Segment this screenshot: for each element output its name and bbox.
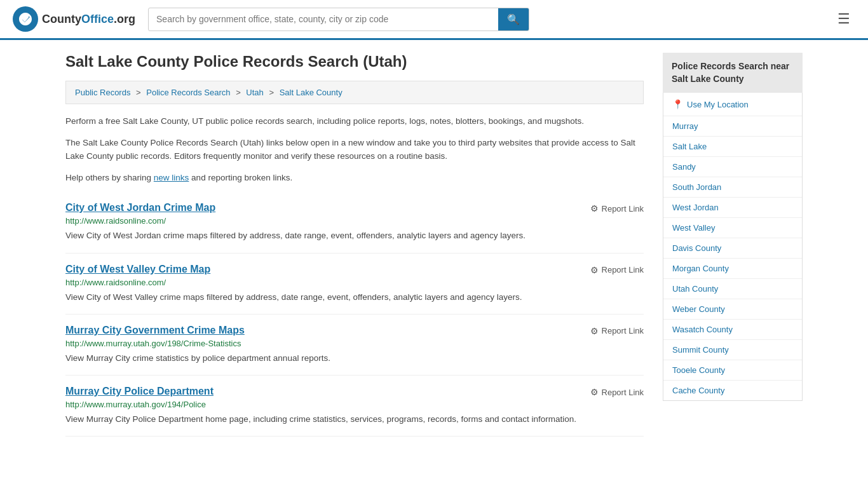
- report-icon: ⚙: [590, 387, 599, 397]
- result-header: City of West Valley Crime Map ⚙ Report L…: [65, 264, 644, 278]
- report-link-button[interactable]: ⚙ Report Link: [590, 202, 644, 214]
- page-title: Salt Lake County Police Records Search (…: [65, 53, 644, 71]
- logo-icon: [13, 6, 38, 32]
- report-link-button[interactable]: ⚙ Report Link: [590, 325, 644, 336]
- report-link-button[interactable]: ⚙ Report Link: [590, 264, 644, 275]
- report-link-label: Report Link: [602, 204, 644, 214]
- sidebar-link-sandy[interactable]: Sandy: [663, 157, 802, 177]
- sidebar-link-south-jordan[interactable]: South Jordan: [663, 177, 802, 198]
- search-bar: 🔍: [148, 8, 529, 31]
- use-my-location-label: Use My Location: [687, 100, 749, 109]
- breadcrumb-police-records-search[interactable]: Police Records Search: [146, 88, 230, 97]
- search-button[interactable]: 🔍: [498, 8, 529, 30]
- new-links-link[interactable]: new links: [154, 173, 189, 182]
- result-desc: View Murray City Police Department home …: [65, 413, 644, 426]
- logo-text: CountyOffice.org: [42, 13, 135, 26]
- sidebar-link-morgan-county[interactable]: Morgan County: [663, 259, 802, 279]
- report-icon: ⚙: [590, 265, 599, 275]
- report-link-label: Report Link: [602, 326, 644, 336]
- result-desc: View Murray City crime statistics by pol…: [65, 352, 644, 365]
- sidebar-link-west-jordan[interactable]: West Jordan: [663, 198, 802, 218]
- sidebar-link-summit-county[interactable]: Summit County: [663, 340, 802, 360]
- breadcrumb-utah[interactable]: Utah: [246, 88, 263, 97]
- result-header: Murray City Police Department ⚙ Report L…: [65, 386, 644, 400]
- result-item: City of West Jordan Crime Map ⚙ Report L…: [65, 192, 644, 253]
- sidebar-link-utah-county[interactable]: Utah County: [663, 279, 802, 299]
- result-url: http://www.raidsonline.com/: [65, 216, 644, 226]
- logo-link[interactable]: CountyOffice.org: [13, 6, 135, 32]
- result-item: Murray City Police Department ⚙ Report L…: [65, 376, 644, 437]
- sidebar-link-cache-county[interactable]: Cache County: [663, 381, 802, 400]
- result-title[interactable]: Murray City Police Department: [65, 386, 214, 397]
- menu-button[interactable]: ☰: [832, 8, 855, 30]
- description-3: Help others by sharing new links and rep…: [65, 171, 644, 185]
- sidebar-link-murray[interactable]: Murray: [663, 116, 802, 137]
- result-title[interactable]: Murray City Government Crime Maps: [65, 325, 245, 336]
- result-item: City of West Valley Crime Map ⚙ Report L…: [65, 254, 644, 315]
- result-url: http://www.raidsonline.com/: [65, 278, 644, 287]
- sidebar: Police Records Search near Salt Lake Cou…: [663, 53, 803, 437]
- sidebar-link-wasatch-county[interactable]: Wasatch County: [663, 320, 802, 340]
- report-link-label: Report Link: [602, 265, 644, 274]
- location-icon: 📍: [672, 99, 683, 109]
- search-input[interactable]: [149, 9, 498, 29]
- result-header: Murray City Government Crime Maps ⚙ Repo…: [65, 325, 644, 339]
- sidebar-link-west-valley[interactable]: West Valley: [663, 218, 802, 238]
- result-desc: View City of West Valley crime maps filt…: [65, 291, 644, 304]
- report-icon: ⚙: [590, 203, 599, 214]
- breadcrumb-salt-lake-county[interactable]: Salt Lake County: [280, 88, 342, 97]
- use-my-location-button[interactable]: 📍 Use My Location: [663, 93, 802, 116]
- result-header: City of West Jordan Crime Map ⚙ Report L…: [65, 202, 644, 216]
- sidebar-link-salt-lake[interactable]: Salt Lake: [663, 137, 802, 157]
- sidebar-title: Police Records Search near Salt Lake Cou…: [663, 53, 803, 93]
- sidebar-link-tooele-county[interactable]: Tooele County: [663, 360, 802, 381]
- report-link-label: Report Link: [602, 388, 644, 397]
- result-title[interactable]: City of West Valley Crime Map: [65, 264, 210, 275]
- breadcrumb-public-records[interactable]: Public Records: [75, 88, 130, 97]
- sidebar-link-weber-county[interactable]: Weber County: [663, 299, 802, 320]
- main-container: Salt Lake County Police Records Search (…: [53, 40, 815, 449]
- result-item: Murray City Government Crime Maps ⚙ Repo…: [65, 315, 644, 376]
- sidebar-section: 📍 Use My Location Murray Salt Lake Sandy…: [663, 93, 803, 401]
- report-icon: ⚙: [590, 326, 599, 336]
- sidebar-link-davis-county[interactable]: Davis County: [663, 238, 802, 259]
- description-1: Perform a free Salt Lake County, UT publ…: [65, 114, 644, 128]
- breadcrumb: Public Records > Police Records Search >…: [65, 81, 644, 104]
- content-area: Salt Lake County Police Records Search (…: [65, 53, 644, 437]
- report-link-button[interactable]: ⚙ Report Link: [590, 386, 644, 397]
- description-2: The Salt Lake County Police Records Sear…: [65, 136, 644, 163]
- result-desc: View City of West Jordan crime maps filt…: [65, 229, 644, 242]
- result-title[interactable]: City of West Jordan Crime Map: [65, 202, 215, 214]
- site-header: CountyOffice.org 🔍 ☰: [0, 0, 868, 40]
- result-url: http://www.murray.utah.gov/198/Crime-Sta…: [65, 339, 644, 348]
- result-url: http://www.murray.utah.gov/194/Police: [65, 400, 644, 409]
